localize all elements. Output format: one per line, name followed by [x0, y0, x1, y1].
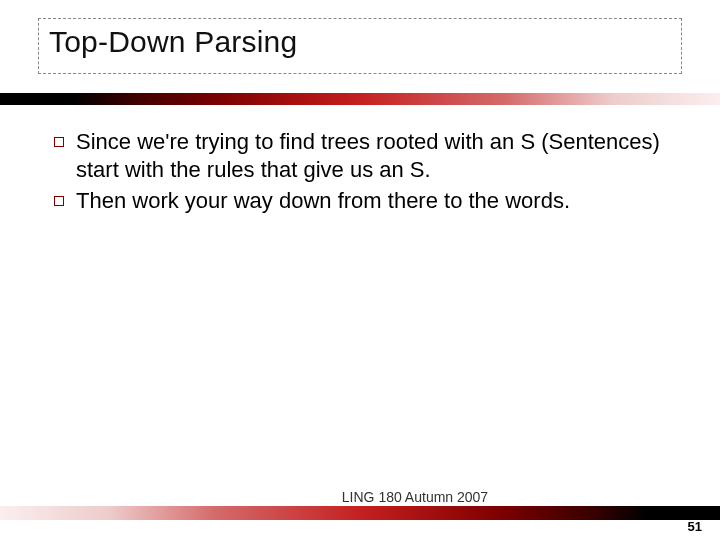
bullet-item: Since we're trying to find trees rooted …: [54, 128, 666, 183]
top-rule-bar: [0, 93, 720, 105]
title-box: Top-Down Parsing: [38, 18, 682, 74]
content-area: Since we're trying to find trees rooted …: [54, 128, 666, 219]
slide: Top-Down Parsing Since we're trying to f…: [0, 0, 720, 540]
page-number: 51: [688, 519, 702, 534]
bullet-text: Since we're trying to find trees rooted …: [76, 128, 666, 183]
bullet-square-icon: [54, 196, 64, 206]
bullet-text: Then work your way down from there to th…: [76, 187, 570, 215]
bullet-square-icon: [54, 137, 64, 147]
bullet-item: Then work your way down from there to th…: [54, 187, 666, 215]
footer-text: LING 180 Autumn 2007: [55, 489, 720, 505]
bottom-rule-bar: [0, 506, 720, 520]
slide-title: Top-Down Parsing: [49, 25, 671, 59]
